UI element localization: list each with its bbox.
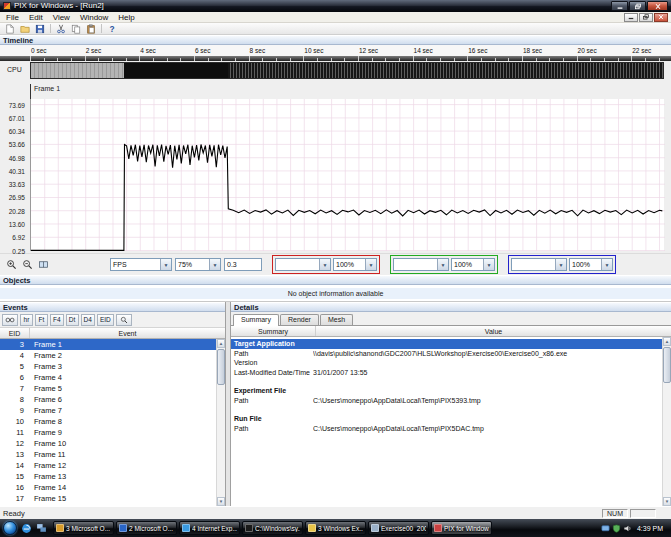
events-scrollbar[interactable]: ▲ ▼ [216, 339, 225, 506]
ruler-tick-label: 0 sec [31, 47, 47, 54]
glasses-icon[interactable] [2, 314, 18, 326]
start-button[interactable] [3, 521, 17, 535]
tab-summary[interactable]: Summary [233, 314, 279, 326]
scrollbar-thumb[interactable] [217, 349, 225, 385]
event-row[interactable]: 9Frame 7 [0, 405, 216, 416]
event-name: Frame 8 [24, 417, 62, 426]
fps-line-chart[interactable] [30, 99, 664, 251]
taskbar-button[interactable]: 3 Windows Ex... [305, 521, 366, 535]
event-row[interactable]: 7Frame 5 [0, 383, 216, 394]
cpu-activity-segment [31, 63, 124, 78]
titlebar[interactable]: PIX for Windows - [Run2] [0, 0, 671, 12]
event-row[interactable]: 8Frame 6 [0, 394, 216, 405]
menu-edit[interactable]: Edit [24, 12, 48, 23]
channel-2-scale-select[interactable]: 100%▼ [451, 258, 495, 271]
event-row[interactable]: 10Frame 8 [0, 416, 216, 427]
filter-hr-button[interactable]: hr [20, 314, 33, 326]
event-row[interactable]: 17Frame 15 [0, 493, 216, 504]
event-name: Frame 2 [24, 351, 62, 360]
event-row[interactable]: 4Frame 2 [0, 350, 216, 361]
volume-tray-icon[interactable] [623, 524, 632, 533]
mdi-restore-button[interactable] [639, 13, 653, 22]
event-row[interactable]: 14Frame 12 [0, 460, 216, 471]
filter-d4-button[interactable]: D4 [81, 314, 95, 326]
scroll-down-icon[interactable]: ▼ [217, 497, 225, 506]
scale-select[interactable]: 75%▼ [175, 258, 221, 271]
y-axis-label: 13.60 [9, 221, 25, 228]
taskbar-button[interactable]: 2 Microsoft O... [116, 521, 177, 535]
taskbar-button[interactable]: Exercise00_200... [368, 521, 429, 535]
channel-2-counter-select[interactable]: ▼ [393, 258, 449, 271]
filter-ft-button[interactable]: Ft [35, 314, 48, 326]
cut-icon[interactable] [54, 23, 68, 34]
timeline-ruler[interactable]: 0 sec2 sec4 sec6 sec8 sec10 sec12 sec14 … [0, 45, 671, 56]
menu-view[interactable]: View [48, 12, 75, 23]
event-row[interactable]: 16Frame 14 [0, 482, 216, 493]
scrollbar-track[interactable] [217, 386, 225, 497]
scrollbar-thumb[interactable] [663, 347, 671, 383]
mdi-close-button[interactable] [654, 13, 668, 22]
tab-render[interactable]: Render [280, 314, 319, 325]
filter-eid-button[interactable]: EID [97, 314, 114, 326]
summary-column-header[interactable]: Summary [231, 326, 316, 336]
zoom-in-icon[interactable] [5, 258, 18, 271]
cpu-activity-track[interactable] [30, 62, 664, 79]
chevron-down-icon: ▼ [483, 259, 494, 270]
event-row[interactable]: 12Frame 10 [0, 438, 216, 449]
eid-column-header[interactable]: EID [0, 328, 30, 338]
paste-icon[interactable] [84, 23, 98, 34]
menu-window[interactable]: Window [75, 12, 113, 23]
event-row[interactable]: 15Frame 13 [0, 471, 216, 482]
event-row[interactable]: 3Frame 1 [0, 339, 216, 350]
event-row[interactable]: 5Frame 3 [0, 361, 216, 372]
scroll-up-icon[interactable]: ▲ [663, 337, 671, 346]
search-icon[interactable] [116, 314, 132, 326]
event-row[interactable]: 11Frame 9 [0, 427, 216, 438]
internet-explorer-quicklaunch-icon[interactable] [20, 522, 32, 534]
tab-mesh[interactable]: Mesh [320, 314, 353, 325]
mdi-minimize-button[interactable] [624, 13, 638, 22]
taskbar-button[interactable]: PIX for Window... [431, 521, 492, 535]
taskbar-button[interactable]: 3 Microsoft O... [53, 521, 114, 535]
window-switcher-quicklaunch-icon[interactable] [35, 522, 47, 534]
security-shield-tray-icon[interactable] [612, 524, 621, 533]
channel-1-scale-select[interactable]: 100%▼ [333, 258, 377, 271]
value-column-header[interactable]: Value [316, 326, 671, 336]
status-indicator-cells: NUM [602, 509, 668, 518]
scroll-down-icon[interactable]: ▼ [663, 497, 671, 506]
minimize-button[interactable] [611, 1, 628, 11]
ruler-tick-label: 10 sec [304, 47, 323, 54]
threshold-input[interactable]: 0.3 [224, 258, 262, 271]
new-document-icon[interactable] [3, 23, 17, 34]
close-button[interactable] [647, 1, 668, 11]
event-name: Frame 9 [24, 428, 62, 437]
toolbar: ? [0, 23, 671, 35]
event-row[interactable]: 6Frame 4 [0, 372, 216, 383]
display-tray-icon[interactable] [601, 524, 610, 533]
fit-icon[interactable] [37, 258, 50, 271]
menu-help[interactable]: Help [113, 12, 139, 23]
taskbar-button[interactable]: C:\Windows\sy... [242, 521, 303, 535]
taskbar-button[interactable]: 4 Internet Exp... [179, 521, 240, 535]
channel-1-counter-select[interactable]: ▼ [275, 258, 331, 271]
channel-3-scale-select[interactable]: 100%▼ [569, 258, 613, 271]
save-icon[interactable] [33, 23, 47, 34]
event-row[interactable]: 13Frame 11 [0, 449, 216, 460]
details-scrollbar[interactable]: ▲ ▼ [662, 337, 671, 506]
channel-3-counter-select[interactable]: ▼ [511, 258, 567, 271]
pix-app-icon [3, 2, 11, 10]
copy-icon[interactable] [69, 23, 83, 34]
event-column-header[interactable]: Event [30, 328, 225, 338]
restore-button[interactable] [629, 1, 646, 11]
help-icon[interactable]: ? [105, 23, 119, 34]
open-folder-icon[interactable] [18, 23, 32, 34]
counter-select[interactable]: FPS▼ [110, 258, 172, 271]
zoom-out-icon[interactable] [21, 258, 34, 271]
filter-dt-button[interactable]: Dt [66, 314, 79, 326]
menu-file[interactable]: File [1, 12, 24, 23]
scroll-up-icon[interactable]: ▲ [217, 339, 225, 348]
details-row: Experiment File [231, 386, 662, 396]
taskbar-clock[interactable]: 4:39 PM [634, 525, 666, 532]
filter-f4-button[interactable]: F4 [50, 314, 64, 326]
scrollbar-track[interactable] [663, 384, 671, 497]
